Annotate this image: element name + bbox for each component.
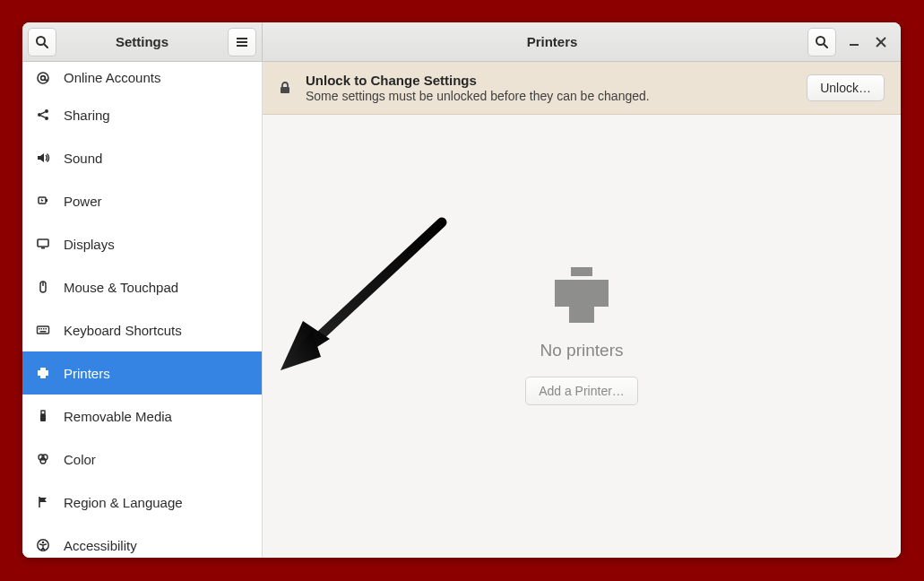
sidebar-item-label: Accessibility bbox=[64, 538, 137, 553]
sidebar-item-label: Sound bbox=[64, 151, 102, 166]
svg-rect-21 bbox=[38, 239, 48, 247]
sidebar-item-keyboard[interactable]: Keyboard Shortcuts bbox=[22, 308, 262, 351]
svg-rect-33 bbox=[40, 375, 46, 378]
printer-icon bbox=[35, 365, 51, 381]
sidebar-item-mouse[interactable]: Mouse & Touchpad bbox=[22, 265, 262, 308]
empty-label: No printers bbox=[540, 341, 624, 360]
sidebar-item-label: Power bbox=[64, 194, 102, 209]
sidebar-item-region[interactable]: Region & Language bbox=[22, 481, 262, 524]
lock-icon bbox=[279, 82, 291, 94]
sidebar-item-label: Removable Media bbox=[64, 409, 172, 424]
accessibility-icon bbox=[35, 537, 51, 553]
sound-icon bbox=[35, 150, 51, 166]
main-panel: Unlock to Change Settings Some settings … bbox=[263, 62, 901, 558]
sidebar-item-label: Keyboard Shortcuts bbox=[64, 323, 182, 338]
svg-rect-34 bbox=[41, 411, 45, 414]
search-icon bbox=[35, 35, 49, 49]
svg-marker-50 bbox=[281, 330, 321, 370]
sidebar-item-label: Printers bbox=[64, 366, 110, 381]
sidebar-item-printers[interactable]: Printers bbox=[22, 351, 262, 395]
sidebar-item-removable[interactable]: Removable Media bbox=[22, 395, 262, 438]
infobar-text: Unlock to Change Settings Some settings … bbox=[306, 73, 792, 103]
svg-rect-22 bbox=[41, 247, 45, 249]
close-icon bbox=[876, 37, 886, 48]
sidebar-item-label: Online Accounts bbox=[64, 70, 160, 85]
sidebar-item-color[interactable]: Color bbox=[22, 438, 262, 481]
titlebar: Settings Printers bbox=[22, 22, 901, 62]
page-title: Printers bbox=[297, 34, 807, 49]
minimize-button[interactable] bbox=[847, 35, 861, 49]
sidebar-item-accessibility[interactable]: Accessibility bbox=[22, 524, 262, 558]
menu-button[interactable] bbox=[228, 28, 256, 56]
svg-line-16 bbox=[41, 116, 46, 117]
printer-large-icon bbox=[549, 267, 614, 325]
svg-rect-3 bbox=[237, 41, 247, 43]
sidebar-item-label: Color bbox=[64, 452, 96, 467]
svg-marker-49 bbox=[281, 321, 330, 370]
mouse-icon bbox=[35, 279, 51, 295]
titlebar-right: Printers bbox=[263, 22, 901, 61]
empty-state: No printers Add a Printer… bbox=[263, 115, 901, 558]
infobar-title: Unlock to Change Settings bbox=[306, 73, 792, 88]
sidebar-title: Settings bbox=[56, 34, 228, 49]
sidebar[interactable]: Online AccountsSharingSoundPowerDisplays… bbox=[22, 62, 263, 558]
svg-rect-27 bbox=[41, 328, 43, 330]
search-icon bbox=[815, 35, 829, 49]
svg-rect-7 bbox=[850, 44, 859, 46]
svg-rect-31 bbox=[40, 368, 46, 370]
color-icon bbox=[35, 451, 51, 467]
annotation-arrow bbox=[263, 213, 460, 384]
usb-icon bbox=[35, 408, 51, 424]
svg-point-10 bbox=[38, 73, 48, 83]
svg-rect-47 bbox=[609, 280, 614, 307]
svg-rect-30 bbox=[40, 331, 47, 333]
window-controls bbox=[847, 35, 895, 49]
sidebar-item-power[interactable]: Power bbox=[22, 179, 262, 222]
svg-rect-43 bbox=[571, 267, 592, 276]
settings-window: Settings Printers Online AccountsSharing… bbox=[22, 22, 901, 558]
svg-marker-20 bbox=[41, 198, 44, 204]
svg-rect-25 bbox=[38, 326, 49, 334]
svg-line-1 bbox=[44, 44, 47, 48]
sidebar-item-label: Sharing bbox=[64, 108, 110, 123]
hamburger-icon bbox=[235, 35, 249, 49]
display-icon bbox=[35, 236, 51, 252]
sidebar-item-online-accounts[interactable]: Online Accounts bbox=[22, 62, 262, 93]
svg-line-15 bbox=[41, 112, 46, 114]
close-button[interactable] bbox=[874, 35, 888, 49]
svg-rect-4 bbox=[237, 45, 247, 47]
sidebar-item-sharing[interactable]: Sharing bbox=[22, 93, 262, 136]
body: Online AccountsSharingSoundPowerDisplays… bbox=[22, 62, 901, 558]
share-icon bbox=[35, 107, 51, 123]
add-printer-button[interactable]: Add a Printer… bbox=[525, 377, 638, 405]
svg-line-6 bbox=[824, 44, 827, 48]
unlock-button[interactable]: Unlock… bbox=[807, 74, 885, 101]
svg-rect-19 bbox=[46, 199, 47, 202]
svg-rect-29 bbox=[46, 328, 47, 330]
svg-rect-46 bbox=[549, 280, 555, 307]
sidebar-item-label: Mouse & Touchpad bbox=[64, 280, 178, 295]
minimize-icon bbox=[849, 37, 859, 48]
svg-rect-42 bbox=[281, 87, 289, 93]
flag-icon bbox=[35, 494, 51, 510]
power-icon bbox=[35, 193, 51, 209]
svg-rect-2 bbox=[237, 38, 247, 39]
unlock-infobar: Unlock to Change Settings Some settings … bbox=[263, 62, 901, 115]
svg-marker-17 bbox=[38, 153, 44, 162]
sidebar-item-label: Region & Language bbox=[64, 495, 183, 510]
keyboard-icon bbox=[35, 322, 51, 338]
main-search-button[interactable] bbox=[807, 28, 836, 56]
infobar-subtitle: Some settings must be unlocked before th… bbox=[306, 89, 792, 103]
svg-rect-28 bbox=[43, 328, 45, 330]
titlebar-left: Settings bbox=[22, 22, 263, 61]
sidebar-item-label: Displays bbox=[64, 237, 115, 252]
search-button[interactable] bbox=[28, 28, 56, 56]
sidebar-item-sound[interactable]: Sound bbox=[22, 136, 262, 179]
svg-rect-35 bbox=[40, 414, 46, 421]
svg-rect-45 bbox=[569, 301, 594, 323]
sidebar-item-displays[interactable]: Displays bbox=[22, 222, 262, 265]
svg-rect-26 bbox=[39, 328, 40, 330]
svg-point-41 bbox=[42, 542, 45, 544]
at-icon bbox=[35, 70, 51, 86]
svg-line-48 bbox=[312, 222, 442, 343]
